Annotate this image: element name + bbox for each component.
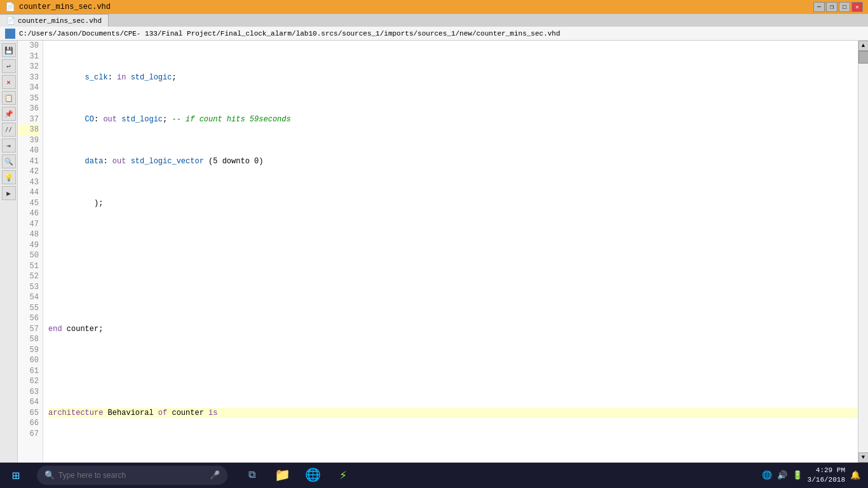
maximize-button[interactable]: □ [839,2,850,12]
scroll-track-vertical[interactable] [858,51,869,452]
scroll-down-arrow[interactable]: ▼ [858,452,869,463]
indent-btn[interactable]: ⇥ [2,139,16,152]
taskview-button[interactable]: ⧉ [238,464,266,487]
code-line-37 [48,366,858,377]
date-display: 3/16/2018 [808,475,845,485]
code-line-30: s_clk: in std_logic; [48,72,858,83]
notification-icon[interactable]: 🔔 [850,470,860,480]
search-input[interactable] [58,471,210,480]
start-button[interactable]: ⊞ [0,463,32,488]
scroll-up-arrow[interactable]: ▲ [858,41,869,51]
title-bar-controls[interactable]: ─ ❐ □ ✕ [813,2,863,12]
title-bar: 📄 counter_mins_sec.vhd ─ ❐ □ ✕ [0,0,868,14]
line-numbers: 30 31 32 33 34 35 36 37 38 39 40 41 42 4… [18,41,43,463]
code-line-34 [48,240,858,251]
ln-57: 57 [18,324,39,335]
search-bar[interactable]: 🔍 🎤 [37,466,227,485]
cut-btn[interactable]: ✕ [2,75,16,89]
title-bar-filename: counter_mins_sec.vhd [19,3,111,11]
ln-38: 38 [18,125,39,135]
time-display: 4:29 PM [808,466,845,475]
deploy-btn[interactable]: ▶ [2,186,16,200]
ln-41: 41 [18,156,39,167]
file-icon: 📄 [5,2,15,12]
code-editor[interactable]: 30 31 32 33 34 35 36 37 38 39 40 41 42 4… [18,41,868,463]
taskbar: ⊞ 🔍 🎤 ⧉ 📁 🌐 ⚡ 🌐 🔊 🔋 4:29 PM 3/16/2018 🔔 [0,463,868,488]
paste-btn[interactable]: 📌 [2,107,16,121]
ln-64: 64 [18,397,39,408]
ln-58: 58 [18,334,39,345]
ln-56: 56 [18,313,39,324]
taskbar-right: 🌐 🔊 🔋 4:29 PM 3/16/2018 🔔 [762,466,868,485]
search-btn[interactable]: 🔍 [2,154,16,168]
ln-39: 39 [18,135,39,146]
ln-35: 35 [18,93,39,104]
left-toolbar: 💾 ↩ ✕ 📋 📌 // ⇥ 🔍 💡 ▶ [0,41,18,463]
ln-59: 59 [18,345,39,356]
code-line-35 [48,282,858,293]
code-line-39 [48,450,858,461]
ln-52: 52 [18,271,39,282]
title-bar-left: 📄 counter_mins_sec.vhd [5,2,111,12]
path-text: C:/Users/Jason/Documents/CPE- 133/Final … [19,30,560,37]
ln-32: 32 [18,62,39,72]
ln-34: 34 [18,83,39,93]
ln-51: 51 [18,261,39,272]
file-explorer-icon: 📁 [275,467,290,483]
ln-60: 60 [18,355,39,366]
terminal-app[interactable]: ⚡ [329,464,357,487]
undo-btn[interactable]: ↩ [2,59,16,73]
ln-30: 30 [18,41,39,51]
code-line-38: architecture Behavioral of counter is [48,408,858,419]
code-content[interactable]: s_clk: in std_logic; CO: out std_logic; … [43,41,858,463]
comment-btn[interactable]: // [2,123,16,137]
ln-62: 62 [18,376,39,387]
clock[interactable]: 4:29 PM 3/16/2018 [808,466,845,485]
ln-37: 37 [18,114,39,125]
bulb-btn[interactable]: 💡 [2,170,16,184]
windows-logo-icon: ⊞ [12,468,20,484]
code-line-36: end counter; [48,324,858,335]
code-line-31: CO: out std_logic; -- if count hits 59se… [48,114,858,125]
ln-53: 53 [18,282,39,293]
ln-43: 43 [18,177,39,188]
tab-bar: 📄 counter_mins_sec.vhd [0,14,868,27]
scroll-thumb-vertical[interactable] [858,51,869,64]
file-explorer-app[interactable]: 📁 [268,464,296,487]
battery-icon[interactable]: 🔋 [792,470,803,480]
taskbar-apps: ⧉ 📁 🌐 ⚡ [238,464,357,487]
ln-50: 50 [18,250,39,261]
network-icon[interactable]: 🌐 [762,470,772,480]
ln-33: 33 [18,72,39,83]
close-button[interactable]: ✕ [851,2,863,12]
save-icon-btn[interactable]: 💾 [2,43,16,57]
path-bar: C:/Users/Jason/Documents/CPE- 133/Final … [0,27,868,41]
volume-icon[interactable]: 🔊 [777,470,787,480]
tab-file[interactable]: 📄 counter_mins_sec.vhd [0,14,109,27]
right-scrollbar[interactable]: ▲ ▼ [858,41,868,463]
ln-63: 63 [18,387,39,398]
path-icon [5,29,15,39]
ln-40: 40 [18,146,39,156]
ln-54: 54 [18,292,39,303]
ln-48: 48 [18,229,39,240]
copy-btn[interactable]: 📋 [2,91,16,105]
code-line-32: data: out std_logic_vector (5 downto 0) [48,156,858,167]
ln-55: 55 [18,303,39,314]
chrome-icon: 🌐 [305,467,321,483]
ln-36: 36 [18,104,39,114]
microphone-icon[interactable]: 🎤 [210,470,220,480]
terminal-icon: ⚡ [339,467,347,483]
ln-49: 49 [18,240,39,251]
minimize-button[interactable]: ─ [813,2,825,12]
restore-button[interactable]: ❐ [826,2,837,12]
ln-45: 45 [18,198,39,209]
ln-65: 65 [18,408,39,419]
ln-46: 46 [18,208,39,219]
code-line-33: ); [48,198,858,209]
tab-file-icon: 📄 [6,17,15,25]
chrome-app[interactable]: 🌐 [299,464,327,487]
ln-66: 66 [18,418,39,429]
ln-44: 44 [18,187,39,198]
search-icon: 🔍 [44,470,55,480]
